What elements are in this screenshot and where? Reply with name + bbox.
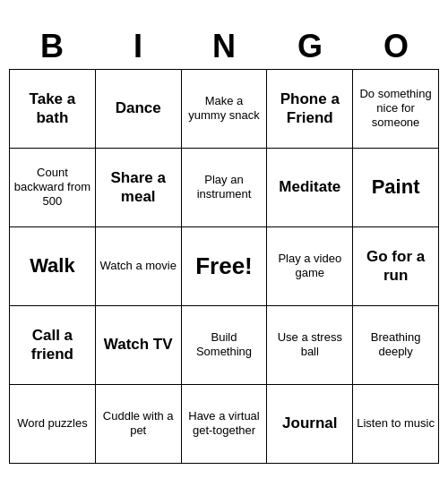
cell-text-9: Paint [372,175,420,200]
cell-text-17: Build Something [185,330,263,360]
bingo-cell-3[interactable]: Phone a Friend [267,70,353,149]
bingo-cell-7[interactable]: Play an instrument [182,149,268,227]
cell-text-19: Breathing deeply [357,330,435,360]
cell-text-20: Word puzzles [17,416,88,431]
bingo-cell-20[interactable]: Word puzzles [10,385,96,464]
letter-g: G [271,28,349,65]
bingo-header: B I N G O [9,24,439,69]
cell-text-15: Call a friend [13,326,91,364]
bingo-cell-2[interactable]: Make a yummy snack [182,70,268,149]
bingo-cell-12[interactable]: Free! [182,227,268,306]
bingo-cell-14[interactable]: Go for a run [353,227,439,306]
bingo-cell-6[interactable]: Share a meal [96,149,182,227]
cell-text-1: Dance [116,98,161,117]
bingo-cell-11[interactable]: Watch a movie [96,227,182,306]
bingo-cell-16[interactable]: Watch TV [96,306,182,385]
cell-text-3: Phone a Friend [271,90,349,128]
bingo-cell-1[interactable]: Dance [96,70,182,149]
bingo-cell-0[interactable]: Take a bath [10,70,96,149]
bingo-cell-13[interactable]: Play a video game [267,227,353,306]
bingo-grid: Take a bathDanceMake a yummy snackPhone … [9,69,439,464]
cell-text-5: Count backward from 500 [13,166,91,209]
bingo-card: B I N G O Take a bathDanceMake a yummy s… [9,24,439,464]
cell-text-8: Meditate [279,177,340,196]
cell-text-6: Share a meal [99,168,177,207]
cell-text-16: Watch TV [104,335,173,354]
cell-text-11: Watch a movie [99,259,177,273]
bingo-cell-23[interactable]: Journal [267,385,353,464]
letter-i: I [99,28,177,65]
bingo-cell-4[interactable]: Do something nice for someone [353,70,439,149]
cell-text-7: Play an instrument [185,173,263,202]
cell-text-24: Listen to music [357,416,435,431]
cell-text-10: Walk [30,253,75,278]
bingo-cell-15[interactable]: Call a friend [10,306,96,385]
bingo-cell-24[interactable]: Listen to music [353,385,439,464]
bingo-cell-19[interactable]: Breathing deeply [353,306,439,385]
bingo-cell-21[interactable]: Cuddle with a pet [96,385,182,464]
cell-text-22: Have a virtual get-together [185,409,263,439]
cell-text-4: Do something nice for someone [357,87,435,131]
bingo-cell-18[interactable]: Use a stress ball [267,306,353,385]
letter-b: B [13,28,91,65]
bingo-cell-10[interactable]: Walk [10,227,96,306]
cell-text-18: Use a stress ball [271,330,349,360]
cell-text-2: Make a yummy snack [185,94,263,124]
letter-n: N [185,28,263,65]
cell-text-23: Journal [282,414,337,432]
bingo-cell-22[interactable]: Have a virtual get-together [182,385,268,464]
bingo-cell-17[interactable]: Build Something [182,306,268,385]
bingo-cell-9[interactable]: Paint [353,149,439,227]
cell-text-14: Go for a run [357,247,435,286]
letter-o: O [357,28,435,65]
cell-text-0: Take a bath [13,90,91,128]
bingo-cell-8[interactable]: Meditate [267,149,353,227]
cell-text-12: Free! [195,252,253,281]
cell-text-13: Play a video game [271,252,349,281]
bingo-cell-5[interactable]: Count backward from 500 [10,149,96,227]
cell-text-21: Cuddle with a pet [99,409,177,439]
